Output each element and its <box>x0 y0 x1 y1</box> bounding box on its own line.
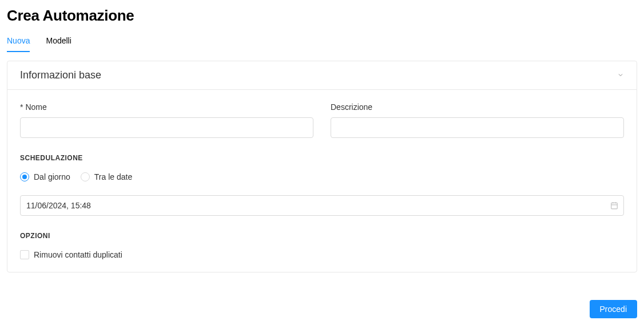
remove-duplicates-checkbox[interactable]: Rimuovi contatti duplicati <box>20 250 624 259</box>
date-input[interactable] <box>20 195 624 216</box>
options-section-label: OPZIONI <box>20 232 624 240</box>
panel-body: *Nome Descrizione SCHEDULAZIONE Dal gior… <box>7 90 637 272</box>
tab-modelli[interactable]: Modelli <box>46 36 71 52</box>
required-asterisk: * <box>20 102 23 112</box>
footer: Procedi <box>7 300 637 318</box>
description-input[interactable] <box>331 117 624 138</box>
form-row-basic: *Nome Descrizione <box>20 102 624 138</box>
options-section: OPZIONI Rimuovi contatti duplicati <box>20 232 624 259</box>
description-label: Descrizione <box>331 102 624 112</box>
radio-dal-giorno[interactable]: Dal giorno <box>20 172 70 181</box>
checkbox-box <box>20 250 29 259</box>
basic-info-panel: Informazioni base *Nome Descrizione SCHE… <box>7 61 637 272</box>
radio-circle-unchecked <box>81 172 90 181</box>
remove-duplicates-label: Rimuovi contatti duplicati <box>34 250 122 259</box>
name-input[interactable] <box>20 117 313 138</box>
name-label-text: Nome <box>25 102 46 112</box>
scheduling-section-label: SCHEDULAZIONE <box>20 154 624 162</box>
form-group-description: Descrizione <box>331 102 624 138</box>
panel-title-text: Informazioni base <box>20 69 101 81</box>
radio-circle-checked <box>20 172 29 181</box>
radio-label-dal-giorno: Dal giorno <box>34 172 70 181</box>
chevron-down-icon <box>617 70 624 81</box>
proceed-button[interactable]: Procedi <box>590 300 637 318</box>
radio-tra-le-date[interactable]: Tra le date <box>81 172 132 181</box>
form-group-name: *Nome <box>20 102 313 138</box>
tabs: Nuova Modelli <box>7 36 637 53</box>
page-title: Crea Automazione <box>7 7 637 25</box>
name-label: *Nome <box>20 102 313 112</box>
radio-label-tra-le-date: Tra le date <box>94 172 132 181</box>
date-input-wrapper <box>20 195 624 216</box>
radio-dot <box>22 175 27 179</box>
tab-nuova[interactable]: Nuova <box>7 36 30 52</box>
panel-header[interactable]: Informazioni base <box>7 61 637 90</box>
scheduling-radio-group: Dal giorno Tra le date <box>20 172 624 181</box>
